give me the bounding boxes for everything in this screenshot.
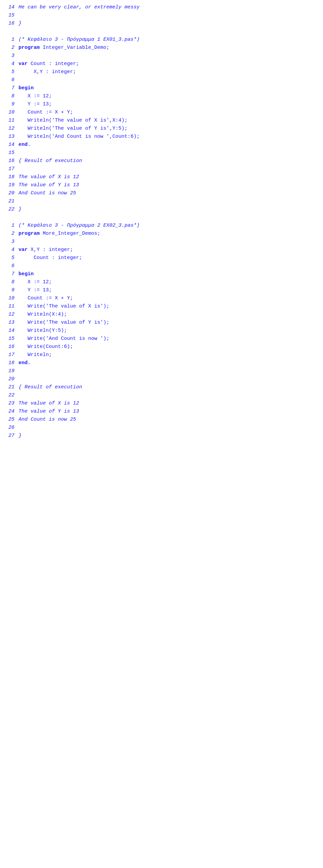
code-line: 7begin [0, 84, 323, 92]
line-number: 27 [3, 432, 19, 439]
line-number: 13 [3, 133, 19, 141]
line-content: Count := X + Y; [19, 294, 73, 302]
line-number: 21 [3, 197, 19, 205]
line-number: 9 [3, 286, 19, 294]
line-content: The value of Y is 13 [19, 408, 79, 415]
code-line: 1(* Κεφάλαιο 3 - Πρόγραμμα 2 EX02_3.pas*… [0, 222, 323, 230]
line-number: 11 [3, 303, 19, 310]
line-content: Writeln(Y:5); [19, 327, 67, 335]
line-content [19, 262, 22, 270]
code-line: 6 [0, 76, 323, 84]
code-line: 14 Writeln(Y:5); [0, 327, 323, 335]
line-content: The value of Y is 13 [19, 181, 79, 189]
line-number: 8 [3, 92, 19, 100]
line-content: Write('The value of Y is'); [19, 319, 109, 327]
line-number: 1 [3, 36, 19, 43]
code-line: 3 [0, 238, 323, 246]
code-line: 23The value of X is 12 [0, 400, 323, 408]
code-line: 11 Writeln('The value of X is',X:4); [0, 117, 323, 125]
line-number: 20 [3, 189, 19, 197]
code-line: 13 Writeln('And Count is now ',Count:6); [0, 133, 323, 141]
line-content: Write(Count:6); [19, 343, 73, 351]
code-line: 2program Integer_Variable_Demo; [0, 44, 323, 52]
line-number: 4 [3, 60, 19, 68]
line-number: 5 [3, 68, 19, 76]
line-content [19, 392, 22, 399]
line-content [19, 165, 22, 173]
code-line: 21{ Result of execution [0, 383, 323, 392]
code-line: 7begin [0, 270, 323, 278]
line-number: 19 [3, 367, 19, 375]
line-content: { Result of execution [19, 157, 82, 165]
line-number: 16 [3, 343, 19, 351]
code-line: 17 Writeln; [0, 351, 323, 359]
code-line: 1(* Κεφάλαιο 3 - Πρόγραμμα 1 EX01_3.pas*… [0, 36, 323, 44]
line-number: 17 [3, 351, 19, 359]
line-number: 2 [3, 44, 19, 52]
code-line [0, 28, 323, 36]
line-content: (* Κεφάλαιο 3 - Πρόγραμμα 2 EX02_3.pas*) [19, 222, 140, 229]
line-content [19, 238, 22, 246]
line-number: 7 [3, 270, 19, 278]
line-number: 10 [3, 294, 19, 302]
line-content: end. [19, 141, 31, 149]
code-line: 4var Count : integer; [0, 60, 323, 68]
line-number: 2 [3, 230, 19, 238]
line-number: 12 [3, 311, 19, 318]
line-number: 22 [3, 206, 19, 213]
line-number: 22 [3, 392, 19, 399]
line-content: Write('And Count is now '); [19, 335, 109, 343]
line-number: 6 [3, 76, 19, 84]
line-number: 18 [3, 173, 19, 181]
code-line: 11 Write('The value of X is'); [0, 303, 323, 311]
line-content: { Result of execution [19, 383, 82, 391]
line-content: } [19, 20, 22, 27]
code-line: 12 Writeln('The value of Y is',Y:5); [0, 125, 323, 133]
line-content: Writeln(X:4); [19, 311, 67, 318]
code-line: 16{ Result of execution [0, 157, 323, 165]
line-number: 16 [3, 20, 19, 27]
line-content: (* Κεφάλαιο 3 - Πρόγραμμα 1 EX01_3.pas*) [19, 36, 140, 43]
code-line: 21 [0, 197, 323, 206]
line-content: } [19, 206, 22, 213]
line-number: 26 [3, 424, 19, 432]
line-number: 19 [3, 181, 19, 189]
line-content [19, 424, 22, 432]
line-number: 3 [3, 238, 19, 246]
code-line: 14He can be very clear, or extremely mes… [0, 3, 323, 11]
code-line: 8 X := 12; [0, 92, 323, 100]
line-content: program Integer_Variable_Demo; [19, 44, 109, 52]
code-line: 13 Write('The value of Y is'); [0, 319, 323, 327]
code-line: 2program More_Integer_Demos; [0, 230, 323, 238]
code-line: 14end. [0, 141, 323, 149]
code-line: 8 X := 12; [0, 278, 323, 286]
code-line: 20 [0, 375, 323, 383]
line-content [19, 367, 22, 375]
line-content [19, 149, 22, 157]
line-content: X,Y : integer; [19, 68, 76, 76]
line-content: The value of X is 12 [19, 173, 79, 181]
code-line: 26 [0, 424, 323, 432]
line-content: var Count : integer; [19, 60, 79, 68]
line-number: 9 [3, 100, 19, 108]
line-content [19, 375, 22, 383]
line-content: X := 12; [19, 278, 52, 286]
line-number: 24 [3, 408, 19, 415]
line-content [19, 76, 22, 84]
line-number: 8 [3, 278, 19, 286]
line-content: end. [19, 359, 31, 367]
line-number: 23 [3, 400, 19, 407]
line-number: 10 [3, 108, 19, 116]
code-line: 9 Y := 13; [0, 100, 323, 108]
line-number: 1 [3, 222, 19, 229]
code-line: 5 Count : integer; [0, 254, 323, 262]
code-line: 17 [0, 165, 323, 173]
line-number: 14 [3, 3, 19, 11]
line-number: 14 [3, 141, 19, 149]
line-content: } [19, 432, 22, 439]
line-number: 25 [3, 416, 19, 424]
line-content: And Count is now 25 [19, 416, 76, 424]
code-line: 12 Writeln(X:4); [0, 311, 323, 319]
line-number: 15 [3, 335, 19, 343]
line-number: 15 [3, 11, 19, 19]
